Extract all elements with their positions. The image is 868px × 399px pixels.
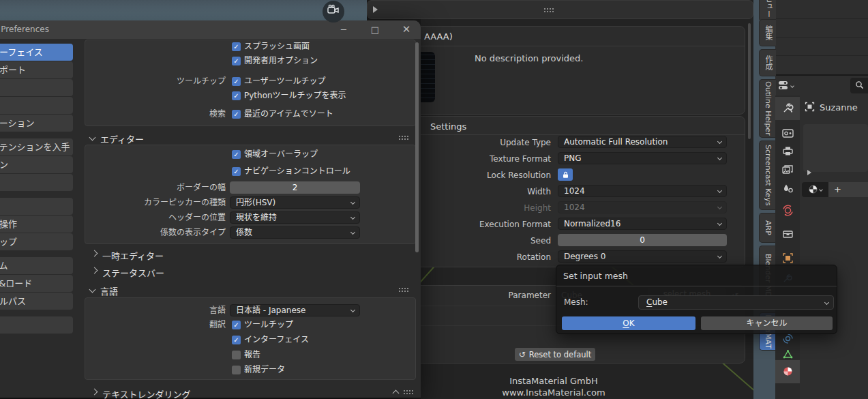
drag-dots-icon[interactable] [398,135,408,140]
tab-screencast-keys[interactable]: Screencast Keys [759,141,776,210]
header-position-dropdown[interactable]: 現状を維持 [230,211,360,224]
nav-item[interactable] [0,97,73,114]
tool-properties-icon[interactable] [782,102,794,114]
nav-item-viewport[interactable]: ビューポート [0,61,73,78]
tooltips-row-label: ツールチップ [117,76,226,87]
lock-resolution-toggle[interactable] [558,168,573,181]
drag-dots-icon[interactable] [403,389,413,394]
new-material-button[interactable]: + [828,182,868,197]
browse-material-dropdown[interactable] [802,182,828,197]
translate-reports-checkbox[interactable] [232,351,241,359]
collapsed-chevron-icon[interactable] [91,389,98,396]
temp-editors-header[interactable]: 一時エディター [102,249,164,262]
object-properties-icon[interactable] [782,252,794,264]
maximize-button[interactable]: □ [368,23,382,36]
user-tooltips-checkbox[interactable] [232,77,241,86]
scene-properties-icon[interactable] [782,183,794,195]
nav-item-get-extensions[interactable]: エクステンションを入手 [0,138,73,156]
region-overlap-label: 領域オーバーラップ [244,149,318,160]
output-properties-icon[interactable] [782,146,794,158]
nav-item-themes[interactable]: テーマ [0,174,73,191]
language-dropdown[interactable]: 日本語 - Japanese [230,304,360,316]
color-picker-dropdown[interactable]: 円形(HSV) [230,196,360,209]
border-width-slider[interactable]: 2 [230,181,360,194]
nav-item-animation[interactable]: アニメーション [0,115,73,132]
texture-format-dropdown[interactable]: PNG [558,152,727,164]
collapsed-panel-header[interactable] [367,0,753,19]
collapse-chevron-icon[interactable] [89,134,96,141]
editor-type-dropdown[interactable] [778,78,798,93]
translate-interface-checkbox[interactable] [232,336,241,344]
nav-item-file-paths[interactable]: ファイルパス [0,293,73,310]
collapsed-chevron-icon[interactable] [91,267,98,274]
tab-outline-helper[interactable]: Outline Helper [759,79,776,138]
cancel-button[interactable]: キャンセル [701,316,833,330]
editors-section-header[interactable]: エディター [100,132,144,145]
mesh-dropdown[interactable]: Cube [638,295,834,310]
tab-create[interactable]: 作成 [759,49,776,76]
python-tooltips-checkbox[interactable] [232,91,241,100]
language-section-header[interactable]: 言語 [100,284,118,297]
collapsed-chevron-icon[interactable] [91,250,98,257]
addon-thumbnail [421,52,435,102]
close-button[interactable]: ✕ [400,23,413,36]
prefs-scrollbar-thumb[interactable] [415,42,419,252]
tab-arp[interactable]: ARP [759,213,776,243]
factor-display-dropdown[interactable]: 係数 [230,226,360,239]
translate-reports-label: 報告 [244,350,260,360]
translate-tooltips-checkbox[interactable] [232,321,241,329]
setting-label: Width [442,187,551,197]
tab-edit[interactable]: 編集 [759,19,776,46]
nav-item-experimental[interactable]: 実験的 [0,316,73,334]
scrollbar-thumb[interactable] [748,23,751,139]
screencast-camera-button[interactable] [323,1,344,23]
expand-arrow-icon[interactable] [807,170,811,175]
nav-item-save-load[interactable]: セーブ&ロード [0,275,73,292]
window-titlebar[interactable]: Blender Preferences ─ □ ✕ [0,20,421,39]
update-type-dropdown[interactable]: Automatic Full Resolution [558,136,727,148]
chevron-down-icon [350,200,355,205]
collapse-chevron-icon[interactable] [89,286,96,293]
minimize-button[interactable]: ─ [337,23,350,36]
drag-dots-icon[interactable] [398,287,408,292]
chevron-up-icon[interactable] [393,390,400,397]
nav-item-navigation[interactable]: 視点の操作 [0,216,73,233]
search-button[interactable] [850,78,868,93]
execution-format-dropdown[interactable]: Normalized16 [558,218,727,230]
world-properties-icon[interactable] [782,205,794,216]
physics-properties-icon[interactable] [782,333,794,344]
settings-title[interactable]: Settings [430,121,466,132]
width-dropdown[interactable]: 1024 [558,185,727,197]
status-bar-header[interactable]: ステータスバー [102,266,164,279]
object-breadcrumb[interactable]: Suzanne [820,102,858,113]
devtools-checkbox[interactable] [232,57,241,65]
sort-recent-checkbox[interactable] [232,110,241,119]
nav-controls-checkbox[interactable] [232,167,241,176]
nav-item-addons[interactable]: アドオン [0,156,73,173]
nav-item-interface[interactable]: インターフェイス [0,44,73,61]
render-properties-icon[interactable] [782,128,794,140]
nav-item[interactable] [0,79,73,96]
rotation-dropdown[interactable]: Degrees 0 [558,250,727,263]
splash-checkbox[interactable] [232,42,241,51]
ok-button[interactable]: OK [562,316,695,330]
header-position-label: ヘッダーの位置 [117,213,226,223]
expand-arrow-icon[interactable] [373,6,378,13]
nav-item-system[interactable]: システム [0,257,73,274]
window-title: Blender Preferences [0,25,49,34]
text-rendering-header[interactable]: テキストレンダリング [102,387,191,399]
user-tooltips-label: ユーザーツールチップ [244,76,326,87]
camera-icon [327,4,340,19]
region-overlap-checkbox[interactable] [232,150,241,159]
reset-to-default-button[interactable]: Reset to default [515,348,595,361]
nav-item-keymap[interactable]: キーマップ [0,233,73,250]
translate-newdata-checkbox[interactable] [232,366,241,374]
drag-dots-icon[interactable] [543,8,554,12]
material-properties-icon[interactable] [782,366,794,377]
nav-item[interactable] [0,198,73,215]
seed-slider[interactable]: 0 [558,234,727,246]
chevron-down-icon [717,205,722,209]
view-layer-properties-icon[interactable] [782,164,794,176]
collection-properties-icon[interactable] [782,229,794,241]
object-data-properties-icon[interactable] [782,349,794,361]
